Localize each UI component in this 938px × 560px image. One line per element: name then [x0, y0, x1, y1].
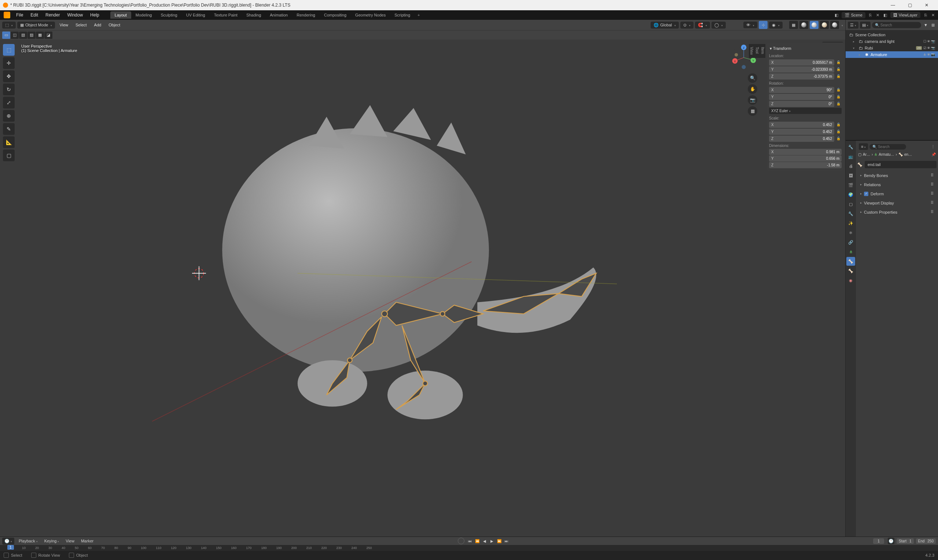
overlay-toggle[interactable]: ◉	[769, 22, 783, 29]
properties-tab-material[interactable]: ◉	[846, 276, 855, 285]
menu-render[interactable]: Render	[42, 11, 63, 19]
scale-x[interactable]: X0.452	[769, 122, 834, 128]
section-relations[interactable]: ▸Relations⠿	[857, 180, 936, 189]
lock-scl-y-icon[interactable]: 🔓	[835, 128, 842, 135]
workspace-tab-scripting[interactable]: Scripting	[390, 11, 415, 19]
shading-wireframe[interactable]	[800, 21, 808, 29]
jump-end-button[interactable]: ⏭	[503, 538, 510, 544]
preview-range-toggle[interactable]: 🕐	[888, 538, 894, 544]
workspace-tab-shading[interactable]: Shading	[242, 11, 265, 19]
properties-tab-physics[interactable]: ⚛	[846, 228, 855, 237]
rotation-z[interactable]: Z0°	[769, 101, 834, 107]
workspace-tab-animation[interactable]: Animation	[265, 11, 292, 19]
current-frame-field[interactable]: 1	[873, 538, 884, 544]
shading-solid[interactable]	[810, 21, 818, 29]
snap-toggle[interactable]: 🧲	[695, 22, 710, 29]
npanel-tab-item[interactable]: Item	[760, 44, 765, 58]
npanel-tab-view[interactable]: View	[749, 44, 754, 58]
chevron-right-icon[interactable]: ▸	[853, 40, 857, 43]
scale-z[interactable]: Z0.452	[769, 135, 834, 142]
viewport-menu-select[interactable]: Select	[72, 22, 90, 28]
add-workspace-button[interactable]: +	[415, 11, 423, 19]
scene-delete-icon[interactable]: ✕	[874, 11, 881, 19]
chevron-down-icon[interactable]: ▾	[853, 46, 857, 50]
select-mode-subtract[interactable]: ▨	[28, 32, 35, 39]
npanel-tab-tool[interactable]: Tool	[754, 44, 760, 58]
properties-tab-object[interactable]: ▢	[846, 200, 855, 209]
rotation-mode-selector[interactable]: XYZ Euler	[769, 108, 842, 114]
properties-tab-scene[interactable]: 🎬	[846, 181, 855, 189]
eye-icon[interactable]: 👁	[927, 53, 930, 57]
workspace-tab-modeling[interactable]: Modeling	[131, 11, 157, 19]
exclude-checkbox-icon[interactable]: ☐	[923, 40, 926, 43]
viewlayer-selector[interactable]: 🖼ViewLayer	[890, 12, 920, 18]
workspace-tab-layout[interactable]: Layout	[110, 11, 131, 19]
viewlayer-delete-icon[interactable]: ✕	[929, 11, 936, 19]
exclude-checkbox-icon[interactable]: ☑	[923, 46, 926, 50]
lock-scl-x-icon[interactable]: 🔓	[835, 121, 842, 128]
play-button[interactable]: ▶	[489, 538, 495, 544]
properties-tab-particle[interactable]: ✨	[846, 219, 855, 228]
properties-options-icon[interactable]: ⋮	[931, 145, 935, 149]
properties-tab-bone[interactable]: 🦴	[846, 257, 855, 266]
shading-options-dropdown[interactable]	[841, 23, 843, 27]
shading-material[interactable]	[820, 21, 829, 29]
viewlayer-new-icon[interactable]: ⎘	[922, 11, 929, 19]
section-deform[interactable]: ▸✓Deform⠿	[857, 189, 936, 198]
zoom-icon[interactable]: 🔍	[748, 73, 757, 83]
render-icon[interactable]: 📷	[931, 46, 935, 50]
perspective-toggle-icon[interactable]: ▦	[748, 106, 757, 116]
tool-add-cube[interactable]: ▢	[3, 149, 15, 161]
bone-name-field[interactable]: end.tail	[865, 161, 936, 168]
outliner-display-mode[interactable]: ▤	[860, 22, 870, 29]
mode-selector[interactable]: ▦ Object Mode	[17, 22, 55, 29]
select-mode-tweak[interactable]: ▭	[2, 32, 10, 39]
lock-rot-x-icon[interactable]: 🔓	[835, 86, 842, 93]
proportional-edit-toggle[interactable]: ◯	[712, 22, 726, 29]
scene-new-icon[interactable]: ⎘	[867, 11, 874, 19]
eye-icon[interactable]: 👁	[927, 46, 930, 50]
gizmo-toggle[interactable]: ⊹	[759, 21, 767, 29]
close-button[interactable]: ✕	[918, 0, 935, 10]
properties-tab-output[interactable]: 🖨	[846, 162, 855, 171]
deform-checkbox[interactable]: ✓	[864, 192, 868, 196]
tool-scale[interactable]: ⤢	[3, 97, 15, 108]
properties-tab-tool[interactable]: 🔧	[846, 143, 855, 151]
render-icon[interactable]: 📷	[931, 53, 935, 57]
properties-tab-data[interactable]: ⋔	[846, 248, 855, 256]
properties-tab-modifier[interactable]: 🔧	[846, 209, 855, 218]
properties-tab-world[interactable]: 🌍	[846, 190, 855, 199]
menu-window[interactable]: Window	[63, 11, 86, 19]
eye-icon[interactable]: 👁	[927, 40, 930, 43]
properties-tab-viewlayer[interactable]: 🖼	[846, 171, 855, 180]
jump-start-button[interactable]: ⏮	[467, 538, 473, 544]
scale-y[interactable]: Y0.452	[769, 129, 834, 135]
workspace-tab-compositing[interactable]: Compositing	[320, 11, 351, 19]
select-mode-box[interactable]: ◫	[11, 32, 19, 39]
workspace-tab-rendering[interactable]: Rendering	[292, 11, 320, 19]
lock-loc-z-icon[interactable]: 🔓	[835, 73, 842, 80]
timeline-view-menu[interactable]: View	[63, 538, 77, 544]
outliner-filter-icon[interactable]: ▼	[923, 22, 929, 28]
playhead[interactable]: 1	[7, 545, 14, 550]
section-viewport-display[interactable]: ▸Viewport Display⠿	[857, 198, 936, 207]
minimize-button[interactable]: —	[884, 0, 901, 10]
properties-tab-render[interactable]: 📺	[846, 152, 855, 161]
render-icon[interactable]: 📷	[931, 40, 935, 43]
timeline-track[interactable]: 1 10203040506070809010011012013014015016…	[0, 545, 938, 551]
lock-rot-y-icon[interactable]: 🔓	[835, 94, 842, 100]
timeline-keying-menu[interactable]: Keying	[42, 538, 62, 544]
location-z[interactable]: Z-0.37375 m	[769, 73, 834, 80]
properties-tab-constraint[interactable]: 🔗	[846, 238, 855, 247]
tool-cursor[interactable]: ✛	[3, 57, 15, 69]
blender-icon[interactable]	[4, 12, 10, 18]
dim-y[interactable]: Y0.656 m	[769, 155, 842, 162]
scene-selector[interactable]: 🎬Scene	[842, 12, 866, 18]
section-custom-properties[interactable]: ▸Custom Properties⠿	[857, 208, 936, 216]
end-frame-field[interactable]: End250	[916, 538, 936, 544]
pin-icon[interactable]: 📌	[932, 152, 936, 157]
maximize-button[interactable]: ▢	[901, 0, 918, 10]
tool-move[interactable]: ✥	[3, 70, 15, 82]
select-mode-extend[interactable]: ▧	[19, 32, 27, 39]
lock-loc-y-icon[interactable]: 🔓	[835, 66, 842, 72]
